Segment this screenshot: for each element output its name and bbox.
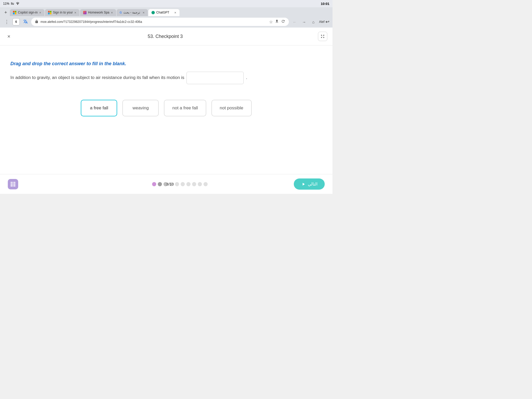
svg-point-0 [17,4,18,5]
wifi-icon [16,2,20,6]
tab-translate[interactable]: G ترجمة - بحث × [117,9,148,16]
progress-dot [175,182,179,186]
tab-close-button[interactable]: × [143,11,145,15]
alef-button[interactable]: Alef ↩ [319,19,329,25]
next-button[interactable]: التالي [294,178,325,190]
tab-label: Copilot sign-in [18,11,38,14]
expand-button[interactable] [318,32,327,41]
bookmark-button[interactable]: ☆ [269,19,273,24]
address-bar[interactable]: moe.alefed.com/?1732298207184#/progress/… [31,18,289,26]
bottom-bar: 3/10 التالي [0,174,332,194]
battery-indicator: 11% [3,2,9,5]
option-label: weaving [132,105,149,110]
close-lesson-button[interactable]: × [5,33,12,40]
hw-favicon-icon [83,11,87,14]
tab-close-button[interactable]: × [111,11,113,15]
chatgpt-favicon-icon [151,11,155,14]
tab-chatgpt[interactable]: ChatGPT × [148,9,179,16]
progress-dot [152,182,156,186]
progress-dot [187,182,191,186]
progress-text: 3/10 [166,182,174,186]
page-area: × 53. Checkpoint 3 Drag and drop the cor… [0,28,332,194]
tab-label: Homework Spa [88,11,109,14]
grid-icon [11,182,15,187]
progress-dot [204,182,208,186]
progress-dot [192,182,196,186]
signal-bars: llu [11,2,14,5]
back-button[interactable]: ← [291,18,298,25]
instruction-text: Drag and drop the correct answer to fill… [10,61,322,66]
tab-count-button[interactable]: 6 [12,18,20,25]
tab-label: ChatGPT [156,11,169,14]
option-card[interactable]: weaving [122,100,159,116]
question-text: In addition to gravity, an object is sub… [10,72,322,84]
tab-label: Sign in to your [53,11,73,14]
options-row: a free fall weaving not a free fall not … [10,100,322,116]
security-icon [35,20,38,24]
option-card[interactable]: not possible [211,100,252,116]
question-area: Drag and drop the correct answer to fill… [0,45,332,174]
drop-zone[interactable] [187,72,244,84]
url-text: moe.alefed.com/?1732298207184#/progress/… [41,20,267,24]
tab-close-button[interactable]: × [39,11,41,15]
ms-favicon-icon [13,11,16,14]
ms-favicon-icon [48,11,51,14]
translate-button[interactable] [22,18,29,25]
google-favicon-icon: G [120,11,122,14]
forward-button[interactable]: → [300,18,308,25]
download-button[interactable] [275,19,279,24]
tab-close-button[interactable]: × [74,11,76,15]
option-card[interactable]: a free fall [81,100,117,116]
alef-icon: ↩ [325,19,329,25]
option-card[interactable]: not a free fall [164,100,206,116]
tab-bar: + Copilot sign-in × Sign in to your × Ho… [0,7,332,16]
tab-copilot[interactable]: Copilot sign-in × [10,9,44,16]
lesson-title: 53. Checkpoint 3 [148,34,183,39]
progress-dot [198,182,202,186]
next-label: التالي [308,182,317,187]
progress-dot [158,182,162,186]
progress-info: 3/10 [125,182,208,186]
status-left: 11% llu [3,2,20,6]
tab-close-button[interactable]: × [174,11,176,15]
new-tab-button[interactable]: + [2,9,9,16]
alef-label: Alef [319,20,324,24]
browser-chrome: + Copilot sign-in × Sign in to your × Ho… [0,7,332,28]
time-display: 10:01 [321,2,329,6]
option-label: a free fall [90,105,108,110]
tab-homework[interactable]: Homework Spa × [80,9,116,16]
lesson-header: × 53. Checkpoint 3 [0,28,332,45]
progress-dots [152,182,208,186]
address-bar-row: ⋮ 6 moe.alefed.com/?1732298207184#/progr… [0,16,332,28]
status-bar: 11% llu 10:01 [0,0,332,7]
menu-button[interactable]: ⋮ [3,18,10,25]
tab-label: ترجمة - بحث [123,11,140,14]
home-button[interactable]: ⌂ [310,18,317,25]
grid-menu-button[interactable] [8,179,18,189]
option-label: not possible [220,105,243,110]
tab-signin[interactable]: Sign in to your × [45,9,79,16]
progress-dot [181,182,185,186]
reload-button[interactable] [281,19,285,24]
option-label: not a free fall [172,105,198,110]
